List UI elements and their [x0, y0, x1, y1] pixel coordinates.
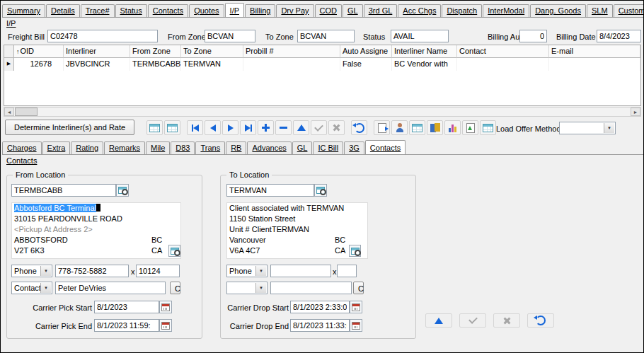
- to-location-code-field[interactable]: [226, 184, 314, 197]
- grid-horizontal-scrollbar[interactable]: ◄ ►: [4, 107, 641, 117]
- prior-record-icon[interactable]: [205, 120, 221, 135]
- pick-start-calendar-button[interactable]: [159, 301, 172, 313]
- tab-ip[interactable]: I/P: [225, 3, 244, 18]
- address-postal-line[interactable]: V6A 4C7CA: [227, 245, 367, 256]
- refresh-icon[interactable]: [351, 120, 367, 135]
- table-view-icon[interactable]: [146, 120, 163, 135]
- carrier-pick-start-field[interactable]: [94, 301, 159, 313]
- insert-record-icon[interactable]: [258, 120, 274, 135]
- address-line1[interactable]: 31015 PEARDONVILLE ROAD: [12, 214, 180, 224]
- column-header-interliner[interactable]: Interliner: [64, 45, 130, 58]
- from-location-code-field[interactable]: [11, 184, 116, 197]
- scrollbar-thumb[interactable]: [15, 108, 38, 116]
- lookup-grid-icon[interactable]: [409, 120, 425, 135]
- post-edit-icon[interactable]: [311, 120, 327, 135]
- scroll-right-button[interactable]: ►: [631, 108, 640, 116]
- tab-details[interactable]: Details: [46, 4, 80, 17]
- to-zone-field[interactable]: [297, 30, 355, 42]
- cancel-edit-icon[interactable]: [493, 313, 520, 328]
- to-ext-field[interactable]: [337, 265, 357, 277]
- tab-trans[interactable]: Trans: [195, 141, 225, 154]
- send-sheet-icon[interactable]: [462, 120, 478, 135]
- last-record-icon[interactable]: [240, 120, 256, 135]
- carrier-pick-end-field[interactable]: [94, 319, 159, 332]
- address-line2-placeholder[interactable]: <Pickup At Address 2>: [12, 224, 180, 235]
- from-zone-field[interactable]: [205, 30, 255, 42]
- billing-audit-field[interactable]: [519, 30, 547, 42]
- from-contact-field[interactable]: [55, 282, 166, 294]
- billing-date-field[interactable]: [597, 30, 641, 42]
- column-header-from-zone[interactable]: From Zone: [130, 45, 181, 58]
- from-address-block[interactable]: Abbotsford BC Terminal 31015 PEARDONVILL…: [11, 202, 181, 259]
- tab-charges[interactable]: Charges: [2, 141, 42, 154]
- column-header-interliner-name[interactable]: Interliner Name: [392, 45, 457, 58]
- from-phone-field[interactable]: [55, 265, 129, 277]
- tab-billing[interactable]: Billing: [245, 4, 275, 17]
- tab-rb[interactable]: RB: [226, 141, 246, 154]
- next-record-icon[interactable]: [222, 120, 238, 135]
- tab-slm[interactable]: SLM: [587, 4, 613, 17]
- rates-grid-icon[interactable]: [480, 120, 496, 135]
- to-contact-field[interactable]: [270, 282, 352, 294]
- tab-trace[interactable]: Trace#: [81, 4, 115, 17]
- tab-mile[interactable]: Mile: [146, 141, 170, 154]
- address-postal-line[interactable]: V2T 6K3CA: [12, 245, 180, 256]
- column-header-contact[interactable]: Contact: [457, 45, 549, 58]
- freight-bill-field[interactable]: [47, 30, 158, 42]
- tab-d83[interactable]: D83: [171, 141, 195, 154]
- tab-status[interactable]: Status: [115, 4, 147, 17]
- from-ext-field[interactable]: [136, 265, 180, 277]
- tab-dang-goods[interactable]: Dang. Goods: [530, 4, 586, 17]
- tab-summary[interactable]: Summary: [2, 4, 45, 17]
- column-header-oid[interactable]: ↑OID: [14, 45, 64, 58]
- tab-3rd-gl[interactable]: 3rd GL: [364, 4, 398, 17]
- tab-acc-chgs[interactable]: Acc Chgs: [398, 4, 441, 17]
- from-country-lookup-button[interactable]: [168, 245, 180, 257]
- tab-contacts-detail[interactable]: Contacts: [365, 140, 406, 155]
- tab-dispatch[interactable]: Dispatch: [442, 4, 482, 17]
- column-header-email[interactable]: E-mail: [549, 45, 640, 58]
- status-field[interactable]: [391, 30, 449, 42]
- column-header-auto-assigned[interactable]: Auto Assigne: [340, 45, 392, 58]
- tab-drv-pay[interactable]: Drv Pay: [276, 4, 314, 17]
- column-header-to-zone[interactable]: To Zone: [181, 45, 243, 58]
- carrier-drop-end-field[interactable]: [290, 319, 350, 332]
- tab-3g[interactable]: 3G: [344, 141, 364, 154]
- first-record-icon[interactable]: [187, 120, 203, 135]
- column-header-probill[interactable]: Probill #: [243, 45, 340, 58]
- from-phone-type-select[interactable]: Phone▼: [11, 265, 52, 277]
- drop-start-calendar-button[interactable]: [350, 301, 362, 313]
- tab-rating[interactable]: Rating: [71, 141, 103, 154]
- export-icon[interactable]: [374, 120, 390, 135]
- tab-quotes[interactable]: Quotes: [189, 4, 224, 17]
- tab-gl-detail[interactable]: GL: [292, 141, 313, 154]
- pick-end-calendar-button[interactable]: [159, 319, 172, 332]
- from-location-lookup-button[interactable]: [116, 184, 129, 197]
- address-name-line[interactable]: Client associated with TERMVAN: [227, 203, 367, 214]
- load-offer-method-select[interactable]: ▼: [559, 122, 616, 134]
- users-icon[interactable]: [427, 120, 443, 135]
- from-contact-c-button[interactable]: C: [170, 282, 180, 294]
- carrier-drop-start-field[interactable]: [290, 301, 350, 313]
- to-location-lookup-button[interactable]: [314, 184, 327, 197]
- edit-record-icon[interactable]: [425, 313, 452, 328]
- table-design-icon[interactable]: [164, 120, 180, 135]
- refresh-icon[interactable]: [527, 313, 554, 328]
- address-line1[interactable]: 1150 Station Street: [227, 214, 367, 224]
- tab-gl[interactable]: GL: [343, 4, 363, 17]
- tab-ic-bill[interactable]: IC Bill: [313, 141, 343, 154]
- tab-advances[interactable]: Advances: [247, 141, 291, 154]
- address-line2[interactable]: Unit # ClientTERMVAN: [227, 224, 367, 235]
- tab-intermodal[interactable]: InterModal: [483, 4, 529, 17]
- tab-contacts[interactable]: Contacts: [148, 4, 188, 17]
- drop-end-calendar-button[interactable]: [350, 319, 362, 332]
- address-city-line[interactable]: ABBOTSFORDBC: [12, 235, 180, 245]
- cancel-edit-icon[interactable]: [328, 120, 345, 135]
- address-name-line[interactable]: Abbotsford BC Terminal: [12, 203, 180, 214]
- to-contact-type-select[interactable]: ▼: [226, 282, 268, 294]
- address-city-line[interactable]: VancouverBC: [227, 235, 367, 245]
- grid-row[interactable]: ▶ 12678 JBVBCINCR TERMBCABB TERMVAN Fals…: [4, 58, 640, 71]
- to-contact-c-button[interactable]: C: [353, 282, 364, 294]
- delete-record-icon[interactable]: [275, 120, 292, 135]
- user-icon[interactable]: [391, 120, 408, 135]
